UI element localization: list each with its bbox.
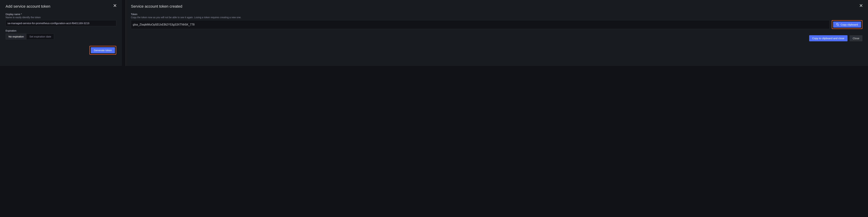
expiration-set-date[interactable]: Set expiration date [27, 34, 54, 39]
copy-clipboard-label: Copy clipboard [841, 23, 858, 26]
display-name-input[interactable] [5, 20, 116, 26]
close-icon [113, 4, 117, 7]
modal-left-edge [125, 0, 126, 66]
copy-and-close-button[interactable]: Copy to clipboard and close [809, 35, 847, 41]
token-row: Copy clipboard [131, 20, 863, 29]
close-button[interactable] [859, 3, 863, 8]
svg-rect-4 [837, 24, 839, 26]
token-label: Token [131, 13, 863, 16]
close-icon [860, 4, 863, 7]
copy-highlight: Copy clipboard [832, 20, 863, 29]
display-name-label: Display name * [5, 13, 116, 16]
generate-token-button[interactable]: Generate token [91, 47, 115, 53]
close-button[interactable] [113, 3, 117, 8]
token-created-modal: Service account token created Token Copy… [125, 0, 868, 66]
close-footer-button[interactable]: Close [849, 35, 863, 41]
expiration-no-expiration[interactable]: No expiration [6, 34, 27, 39]
generate-highlight: Generate token [89, 46, 116, 55]
modal-footer: Generate token [5, 46, 116, 55]
copy-clipboard-button[interactable]: Copy clipboard [833, 22, 861, 28]
modal-title: Add service account token [5, 4, 116, 9]
modal-title: Service account token created [131, 4, 863, 9]
token-help: Copy the token now as you will not be ab… [131, 16, 863, 19]
modal-footer: Copy to clipboard and close Close [131, 35, 863, 41]
copy-icon [836, 23, 839, 26]
expiration-toggle: No expiration Set expiration date [5, 33, 54, 39]
expiration-label: Expiration [5, 29, 116, 32]
token-value-input[interactable] [131, 20, 830, 29]
add-token-modal: Add service account token Display name *… [0, 0, 122, 66]
display-name-help: Name to easily identify the token [5, 16, 116, 19]
